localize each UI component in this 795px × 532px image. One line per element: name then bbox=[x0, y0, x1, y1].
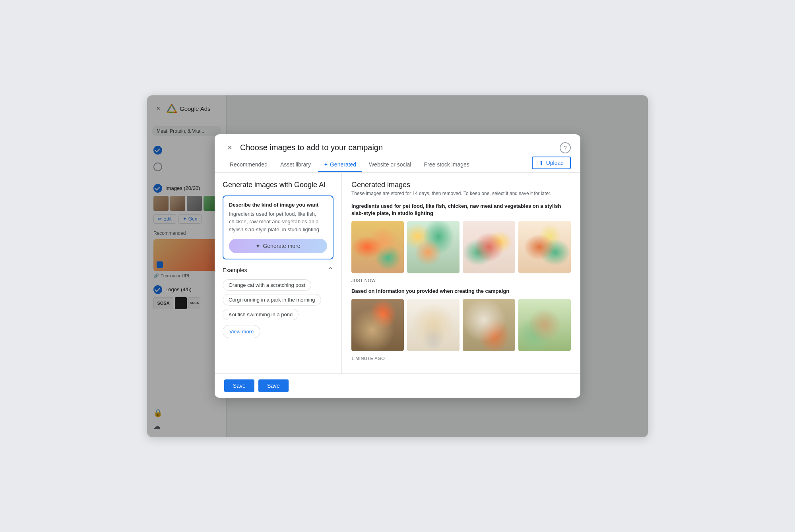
example-chip-1[interactable]: Orange cat with a scratching post bbox=[223, 279, 334, 294]
section-2-prompt: Based on information you provided when c… bbox=[351, 288, 571, 295]
generate-more-button[interactable]: ✦ Generate more bbox=[229, 239, 327, 253]
modal-title: Choose images to add to your campaign bbox=[240, 143, 383, 152]
modal-overlay: × Choose images to add to your campaign … bbox=[147, 95, 648, 437]
save-button-1[interactable]: Save bbox=[224, 379, 254, 392]
modal-tabs: Recommended Asset library ✦ Generated We… bbox=[215, 157, 580, 173]
examples-list: Orange cat with a scratching post Corgi … bbox=[223, 279, 334, 323]
view-more-button[interactable]: View more bbox=[223, 325, 260, 338]
example-chip-2-text: Corgi running in a park in the morning bbox=[223, 294, 321, 306]
examples-toggle-button[interactable]: ⌃ bbox=[328, 266, 334, 275]
section-1-prompt: Ingredients used for pet food, like fish… bbox=[351, 203, 571, 217]
prompt-box[interactable]: Describe the kind of image you want Ingr… bbox=[223, 195, 334, 260]
upload-button[interactable]: ⬆ Upload bbox=[532, 157, 571, 169]
section-2-time-label: 1 MINUTE AGO bbox=[351, 356, 571, 361]
example-chip-3[interactable]: Koi fish swimming in a pond bbox=[223, 309, 334, 323]
generated-subtext: These images are stored for 14 days, the… bbox=[351, 191, 571, 196]
save-button-2[interactable]: Save bbox=[258, 379, 289, 392]
section-1-image-grid bbox=[351, 221, 571, 273]
section-one-minute: Based on information you provided when c… bbox=[351, 288, 571, 361]
generated-image-cat-2[interactable] bbox=[407, 299, 460, 351]
example-chip-3-text: Koi fish swimming in a pond bbox=[223, 309, 299, 320]
examples-title: Examples bbox=[223, 267, 247, 273]
right-panel: Generated images These images are stored… bbox=[342, 173, 580, 374]
generated-image-food-3[interactable] bbox=[463, 221, 515, 273]
tab-free-stock[interactable]: Free stock images bbox=[418, 157, 475, 172]
upload-icon: ⬆ bbox=[539, 160, 544, 166]
tab-asset-library[interactable]: Asset library bbox=[275, 157, 316, 172]
modal-footer: Save Save bbox=[215, 373, 580, 398]
modal-body: Generate images with Google AI Describe … bbox=[215, 173, 580, 374]
prompt-label: Describe the kind of image you want bbox=[229, 202, 327, 208]
tab-recommended[interactable]: Recommended bbox=[224, 157, 273, 172]
generated-image-food-4[interactable] bbox=[518, 221, 571, 273]
tab-website-social[interactable]: Website or social bbox=[363, 157, 417, 172]
modal-title-row: × Choose images to add to your campaign bbox=[224, 142, 383, 153]
app-container: × Google Ads Meat, Protein, & Vita... bbox=[147, 95, 648, 437]
modal: × Choose images to add to your campaign … bbox=[215, 134, 580, 398]
example-chip-1-text: Orange cat with a scratching post bbox=[223, 279, 311, 291]
modal-help-button[interactable]: ? bbox=[560, 142, 571, 153]
section-2-image-grid bbox=[351, 299, 571, 351]
generated-image-cat-4[interactable] bbox=[518, 299, 571, 351]
generated-image-food-1[interactable] bbox=[351, 221, 404, 273]
left-panel: Generate images with Google AI Describe … bbox=[215, 173, 342, 374]
tab-generated[interactable]: ✦ Generated bbox=[318, 157, 362, 172]
tab-generated-content: ✦ Generated bbox=[324, 161, 356, 168]
modal-close-button[interactable]: × bbox=[224, 142, 235, 153]
modal-header: × Choose images to add to your campaign … bbox=[215, 134, 580, 153]
section-just-now: Ingredients used for pet food, like fish… bbox=[351, 203, 571, 283]
prompt-text: Ingredients used for pet food, like fish… bbox=[229, 210, 327, 234]
sparkle-tab-icon: ✦ bbox=[324, 161, 328, 168]
generated-heading: Generated images bbox=[351, 181, 571, 189]
generated-image-food-2[interactable] bbox=[407, 221, 460, 273]
generate-heading: Generate images with Google AI bbox=[223, 181, 334, 189]
generate-sparkle-icon: ✦ bbox=[256, 243, 260, 249]
example-chip-2[interactable]: Corgi running in a park in the morning bbox=[223, 294, 334, 309]
generated-image-cat-3[interactable] bbox=[463, 299, 515, 351]
examples-section: Examples ⌃ Orange cat with a scratching … bbox=[223, 266, 334, 338]
examples-header: Examples ⌃ bbox=[223, 266, 334, 275]
section-1-time-label: JUST NOW bbox=[351, 278, 571, 283]
generated-image-cat-1[interactable] bbox=[351, 299, 404, 351]
